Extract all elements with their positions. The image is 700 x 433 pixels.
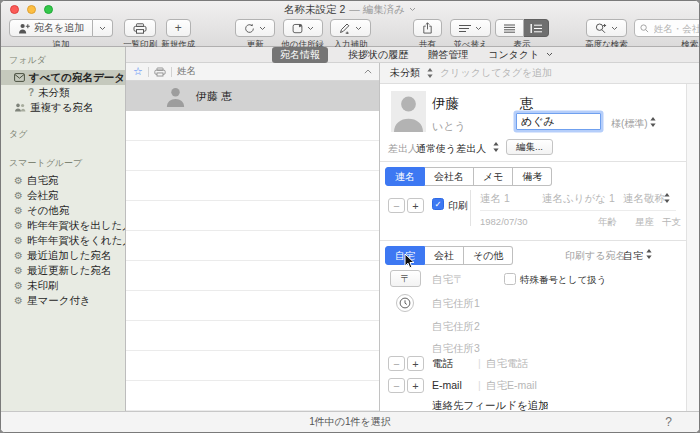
phone-placeholder[interactable]: 自宅電話 bbox=[486, 357, 528, 371]
update-button[interactable] bbox=[235, 19, 275, 37]
tag-select[interactable]: 未分類 bbox=[390, 66, 420, 80]
add-tag-placeholder[interactable]: クリックしてタグを追加 bbox=[440, 66, 552, 80]
sidebar-item-other-addressed[interactable]: ⚙ その他宛 bbox=[1, 203, 125, 218]
view-detail-segment[interactable] bbox=[524, 19, 549, 37]
star-column-icon[interactable]: ☆ bbox=[133, 66, 143, 77]
joint-kana-placeholder[interactable]: 連名ふりがな 1 bbox=[542, 192, 615, 206]
search-input[interactable] bbox=[652, 22, 700, 35]
first-name-kana-input[interactable] bbox=[516, 113, 601, 130]
sender-stepper-icon[interactable] bbox=[493, 142, 499, 152]
address3-placeholder[interactable]: 自宅住所3 bbox=[432, 342, 480, 356]
age-label: 年齢 bbox=[598, 216, 617, 229]
clock-icon bbox=[399, 297, 411, 309]
name-column-header[interactable]: 姓名 bbox=[177, 65, 196, 78]
add-recipient-button[interactable]: 宛名を追加 bbox=[9, 19, 93, 37]
history-clock-button[interactable] bbox=[396, 294, 414, 312]
print-column-icon[interactable] bbox=[154, 67, 166, 77]
joint-name-placeholder[interactable]: 連名 1 bbox=[480, 192, 510, 206]
tab-joint-name[interactable]: 連名 bbox=[385, 167, 425, 186]
birthday-placeholder[interactable]: 1982/07/30 bbox=[480, 216, 528, 227]
last-name-kana[interactable]: いとう bbox=[432, 119, 466, 134]
close-window-button[interactable] bbox=[10, 5, 19, 14]
sidebar-item-received-cards-last-year[interactable]: ⚙ 昨年年賀状をくれた人 bbox=[1, 233, 125, 248]
last-name[interactable]: 伊藤 bbox=[432, 95, 459, 113]
tag-stepper-icon[interactable] bbox=[427, 68, 433, 78]
remove-joint-button[interactable]: − bbox=[388, 198, 405, 213]
search-field[interactable] bbox=[634, 19, 700, 37]
sidebar-item-company-addressed[interactable]: ⚙ 会社宛 bbox=[1, 188, 125, 203]
input-assist-button[interactable] bbox=[330, 19, 371, 37]
tab-remarks[interactable]: 備考 bbox=[513, 167, 552, 186]
other-address-books-button[interactable] bbox=[283, 19, 323, 37]
sidebar: フォルダ すべての宛名データ ? 未分類 重複する宛名 タグ スマートグループ … bbox=[1, 47, 126, 411]
tab-address-info[interactable]: 宛名情報 bbox=[272, 47, 328, 63]
tab-contact[interactable]: コンタクト bbox=[488, 48, 553, 62]
sort-ascending-icon[interactable] bbox=[364, 69, 372, 74]
smart-group-label: 会社宛 bbox=[27, 189, 59, 203]
sidebar-item-recently-added[interactable]: ⚙ 最近追加した宛名 bbox=[1, 248, 125, 263]
remove-email-button[interactable]: − bbox=[388, 378, 405, 393]
add-phone-button[interactable]: + bbox=[407, 356, 424, 371]
mouse-cursor bbox=[404, 253, 415, 269]
smart-group-label: 昨年年賀状をくれた人 bbox=[27, 234, 126, 248]
joint-honorific-placeholder[interactable]: 連名敬称 bbox=[623, 192, 665, 206]
email-placeholder[interactable]: 自宅E-mail bbox=[486, 379, 537, 393]
edit-sender-button[interactable]: 編集... bbox=[506, 139, 553, 155]
list-print-button[interactable] bbox=[124, 19, 156, 37]
remove-phone-button[interactable]: − bbox=[388, 356, 405, 371]
gear-icon: ⚙ bbox=[14, 176, 23, 186]
joint-honorific-stepper-icon[interactable] bbox=[664, 193, 670, 203]
tab-gift-management[interactable]: 贈答管理 bbox=[428, 48, 468, 62]
honorific-stepper-icon[interactable] bbox=[650, 117, 656, 127]
minimize-window-button[interactable] bbox=[27, 5, 36, 14]
list-body: 伊藤 恵 bbox=[126, 81, 379, 411]
help-button[interactable]: ? bbox=[665, 415, 672, 429]
sidebar-item-starred[interactable]: ⚙ 星マーク付き bbox=[1, 293, 125, 308]
people-icon bbox=[14, 103, 26, 112]
special-number-checkbox[interactable] bbox=[504, 273, 516, 285]
tab-other-address[interactable]: その他 bbox=[464, 246, 513, 265]
postal-lookup-button[interactable]: 〒 bbox=[390, 270, 421, 287]
first-name[interactable]: 恵 bbox=[520, 95, 534, 113]
postal-code-placeholder[interactable]: 自宅〒 bbox=[432, 273, 464, 287]
print-target-select[interactable]: 自宅 bbox=[623, 249, 643, 263]
address2-placeholder[interactable]: 自宅住所2 bbox=[432, 320, 480, 334]
zoom-window-button[interactable] bbox=[44, 5, 53, 14]
tab-greeting-history[interactable]: 挨拶状の履歴 bbox=[348, 48, 408, 62]
print-checkbox[interactable]: ✓ bbox=[432, 198, 444, 210]
tab-company-name[interactable]: 会社名 bbox=[425, 167, 474, 186]
window-title: 名称未設定 2 bbox=[284, 3, 345, 17]
window-edited-suffix: — 編集済み bbox=[349, 3, 405, 17]
sender-select[interactable]: 通常使う差出人 bbox=[416, 142, 486, 156]
address1-placeholder[interactable]: 自宅住所1 bbox=[432, 297, 480, 311]
window-chrome: 名称未設定 2 — 編集済み 宛名を追加 bbox=[1, 1, 699, 47]
sidebar-item-recently-updated[interactable]: ⚙ 最近更新した宛名 bbox=[1, 263, 125, 278]
email-label: E-mail bbox=[432, 379, 462, 391]
gear-icon: ⚙ bbox=[14, 266, 23, 276]
view-list-segment[interactable] bbox=[495, 19, 524, 37]
gear-icon: ⚙ bbox=[14, 296, 23, 306]
sort-button[interactable] bbox=[450, 19, 491, 37]
title-chevron-down-icon[interactable] bbox=[409, 7, 416, 12]
add-recipient-dropdown[interactable] bbox=[93, 19, 113, 37]
print-target-stepper-icon[interactable] bbox=[646, 249, 652, 259]
question-icon: ? bbox=[28, 87, 34, 98]
list-row-selected[interactable]: 伊藤 恵 bbox=[126, 81, 379, 111]
sidebar-item-not-printed[interactable]: ⚙ 未印刷 bbox=[1, 278, 125, 293]
advanced-search-button[interactable] bbox=[586, 19, 627, 37]
sidebar-item-all-data[interactable]: すべての宛名データ bbox=[1, 70, 125, 85]
scrollbar-track[interactable] bbox=[686, 84, 699, 411]
tab-company-address[interactable]: 会社 bbox=[425, 246, 464, 265]
add-joint-button[interactable]: + bbox=[407, 198, 424, 213]
share-button[interactable] bbox=[413, 19, 442, 37]
sidebar-item-home-addressed[interactable]: ⚙ 自宅宛 bbox=[1, 173, 125, 188]
new-document-button[interactable]: + bbox=[166, 19, 191, 37]
sidebar-item-sent-cards-last-year[interactable]: ⚙ 昨年年賀状を出した人 bbox=[1, 218, 125, 233]
contact-avatar-large[interactable] bbox=[391, 91, 426, 132]
honorific-value[interactable]: 様(標準) bbox=[611, 117, 648, 131]
sidebar-item-duplicates[interactable]: 重複する宛名 bbox=[1, 100, 125, 115]
tab-memo[interactable]: メモ bbox=[474, 167, 513, 186]
add-email-button[interactable]: + bbox=[407, 378, 424, 393]
person-add-icon bbox=[18, 23, 30, 34]
sidebar-item-unclassified[interactable]: ? 未分類 bbox=[1, 85, 125, 100]
